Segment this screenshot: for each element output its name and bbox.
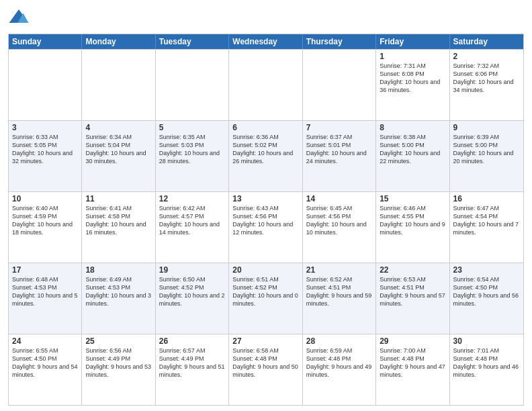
page: SundayMondayTuesdayWednesdayThursdayFrid… [0, 0, 532, 411]
day-info: Sunrise: 6:37 AM Sunset: 5:01 PM Dayligh… [306, 133, 372, 166]
day-info: Sunrise: 6:43 AM Sunset: 4:56 PM Dayligh… [232, 204, 298, 237]
calendar-cell: 27Sunrise: 6:58 AM Sunset: 4:48 PM Dayli… [229, 334, 302, 405]
calendar-cell: 15Sunrise: 6:46 AM Sunset: 4:55 PM Dayli… [376, 192, 449, 263]
calendar-cell: 2Sunrise: 7:32 AM Sunset: 6:06 PM Daylig… [450, 50, 523, 120]
day-number: 18 [85, 265, 151, 275]
day-number: 27 [232, 336, 298, 346]
day-info: Sunrise: 7:00 AM Sunset: 4:48 PM Dayligh… [380, 347, 445, 379]
calendar-cell [9, 50, 82, 120]
calendar-week: 1Sunrise: 7:31 AM Sunset: 6:08 PM Daylig… [9, 49, 523, 120]
day-info: Sunrise: 6:40 AM Sunset: 4:59 PM Dayligh… [12, 204, 78, 237]
day-info: Sunrise: 6:59 AM Sunset: 4:48 PM Dayligh… [306, 347, 372, 379]
calendar-cell: 19Sunrise: 6:50 AM Sunset: 4:52 PM Dayli… [156, 263, 229, 334]
calendar-cell [229, 50, 302, 120]
calendar-week: 17Sunrise: 6:48 AM Sunset: 4:53 PM Dayli… [9, 263, 523, 334]
day-number: 23 [453, 265, 520, 275]
day-number: 16 [453, 194, 520, 203]
header [8, 7, 524, 28]
day-number: 15 [380, 194, 445, 203]
day-info: Sunrise: 6:50 AM Sunset: 4:52 PM Dayligh… [159, 275, 225, 308]
day-number: 29 [380, 336, 445, 346]
day-number: 7 [306, 123, 372, 132]
calendar-cell: 7Sunrise: 6:37 AM Sunset: 5:01 PM Daylig… [303, 121, 376, 191]
calendar-cell: 6Sunrise: 6:36 AM Sunset: 5:02 PM Daylig… [229, 121, 302, 191]
day-number: 20 [232, 265, 298, 275]
day-info: Sunrise: 7:01 AM Sunset: 4:48 PM Dayligh… [453, 347, 520, 379]
day-info: Sunrise: 6:42 AM Sunset: 4:57 PM Dayligh… [159, 204, 225, 237]
day-info: Sunrise: 6:49 AM Sunset: 4:53 PM Dayligh… [85, 275, 151, 308]
calendar-week: 3Sunrise: 6:33 AM Sunset: 5:05 PM Daylig… [9, 120, 523, 191]
calendar-header-cell: Thursday [303, 34, 376, 49]
calendar-cell: 22Sunrise: 6:53 AM Sunset: 4:51 PM Dayli… [376, 263, 449, 334]
calendar-cell: 18Sunrise: 6:49 AM Sunset: 4:53 PM Dayli… [82, 263, 155, 334]
calendar-cell: 26Sunrise: 6:57 AM Sunset: 4:49 PM Dayli… [156, 334, 229, 405]
day-info: Sunrise: 6:36 AM Sunset: 5:02 PM Dayligh… [232, 133, 298, 166]
day-info: Sunrise: 6:45 AM Sunset: 4:56 PM Dayligh… [306, 204, 372, 237]
day-number: 4 [85, 123, 151, 132]
calendar-cell: 17Sunrise: 6:48 AM Sunset: 4:53 PM Dayli… [9, 263, 82, 334]
day-info: Sunrise: 6:34 AM Sunset: 5:04 PM Dayligh… [85, 133, 151, 166]
day-number: 19 [159, 265, 225, 275]
calendar-cell [156, 50, 229, 120]
calendar-header-cell: Monday [82, 34, 155, 49]
calendar-cell: 30Sunrise: 7:01 AM Sunset: 4:48 PM Dayli… [450, 334, 523, 405]
calendar-cell [82, 50, 155, 120]
day-number: 13 [232, 194, 298, 203]
calendar-cell: 16Sunrise: 6:47 AM Sunset: 4:54 PM Dayli… [450, 192, 523, 263]
calendar-cell: 12Sunrise: 6:42 AM Sunset: 4:57 PM Dayli… [156, 192, 229, 263]
calendar-cell: 24Sunrise: 6:55 AM Sunset: 4:50 PM Dayli… [9, 334, 82, 405]
day-info: Sunrise: 6:33 AM Sunset: 5:05 PM Dayligh… [12, 133, 78, 166]
calendar-cell: 25Sunrise: 6:56 AM Sunset: 4:49 PM Dayli… [82, 334, 155, 405]
calendar-cell: 10Sunrise: 6:40 AM Sunset: 4:59 PM Dayli… [9, 192, 82, 263]
day-number: 3 [12, 123, 78, 132]
day-number: 25 [85, 336, 151, 346]
day-info: Sunrise: 6:53 AM Sunset: 4:51 PM Dayligh… [380, 275, 445, 308]
calendar-header: SundayMondayTuesdayWednesdayThursdayFrid… [9, 34, 523, 49]
logo [8, 7, 32, 28]
calendar-cell: 21Sunrise: 6:52 AM Sunset: 4:51 PM Dayli… [303, 263, 376, 334]
day-number: 14 [306, 194, 372, 203]
calendar-cell: 1Sunrise: 7:31 AM Sunset: 6:08 PM Daylig… [376, 50, 449, 120]
day-info: Sunrise: 6:41 AM Sunset: 4:58 PM Dayligh… [85, 204, 151, 237]
calendar-cell: 28Sunrise: 6:59 AM Sunset: 4:48 PM Dayli… [303, 334, 376, 405]
calendar-cell: 4Sunrise: 6:34 AM Sunset: 5:04 PM Daylig… [82, 121, 155, 191]
day-info: Sunrise: 6:39 AM Sunset: 5:00 PM Dayligh… [453, 133, 520, 166]
calendar-week: 24Sunrise: 6:55 AM Sunset: 4:50 PM Dayli… [9, 334, 523, 405]
calendar-cell: 11Sunrise: 6:41 AM Sunset: 4:58 PM Dayli… [82, 192, 155, 263]
day-number: 28 [306, 336, 372, 346]
day-number: 1 [380, 52, 445, 61]
calendar-header-cell: Sunday [9, 34, 82, 49]
day-number: 2 [453, 52, 520, 61]
day-number: 24 [12, 336, 78, 346]
calendar-body: 1Sunrise: 7:31 AM Sunset: 6:08 PM Daylig… [9, 49, 523, 405]
day-info: Sunrise: 6:54 AM Sunset: 4:50 PM Dayligh… [453, 275, 520, 308]
day-info: Sunrise: 7:32 AM Sunset: 6:06 PM Dayligh… [453, 62, 520, 95]
day-info: Sunrise: 7:31 AM Sunset: 6:08 PM Dayligh… [380, 62, 445, 95]
day-number: 11 [85, 194, 151, 203]
calendar-cell: 29Sunrise: 7:00 AM Sunset: 4:48 PM Dayli… [376, 334, 449, 405]
day-info: Sunrise: 6:48 AM Sunset: 4:53 PM Dayligh… [12, 275, 78, 308]
logo-icon [8, 7, 30, 28]
calendar-cell: 14Sunrise: 6:45 AM Sunset: 4:56 PM Dayli… [303, 192, 376, 263]
day-number: 9 [453, 123, 520, 132]
calendar-cell: 9Sunrise: 6:39 AM Sunset: 5:00 PM Daylig… [450, 121, 523, 191]
calendar-cell: 13Sunrise: 6:43 AM Sunset: 4:56 PM Dayli… [229, 192, 302, 263]
calendar-header-cell: Wednesday [229, 34, 302, 49]
day-info: Sunrise: 6:55 AM Sunset: 4:50 PM Dayligh… [12, 347, 78, 379]
calendar: SundayMondayTuesdayWednesdayThursdayFrid… [8, 34, 524, 406]
day-number: 10 [12, 194, 78, 203]
day-number: 6 [232, 123, 298, 132]
calendar-cell: 23Sunrise: 6:54 AM Sunset: 4:50 PM Dayli… [450, 263, 523, 334]
calendar-cell: 20Sunrise: 6:51 AM Sunset: 4:52 PM Dayli… [229, 263, 302, 334]
day-info: Sunrise: 6:35 AM Sunset: 5:03 PM Dayligh… [159, 133, 225, 166]
calendar-header-cell: Friday [376, 34, 449, 49]
calendar-cell: 8Sunrise: 6:38 AM Sunset: 5:00 PM Daylig… [376, 121, 449, 191]
day-number: 5 [159, 123, 225, 132]
day-info: Sunrise: 6:46 AM Sunset: 4:55 PM Dayligh… [380, 204, 445, 237]
day-info: Sunrise: 6:51 AM Sunset: 4:52 PM Dayligh… [232, 275, 298, 308]
calendar-header-cell: Saturday [450, 34, 523, 49]
day-number: 8 [380, 123, 445, 132]
day-number: 26 [159, 336, 225, 346]
day-number: 22 [380, 265, 445, 275]
day-number: 30 [453, 336, 520, 346]
